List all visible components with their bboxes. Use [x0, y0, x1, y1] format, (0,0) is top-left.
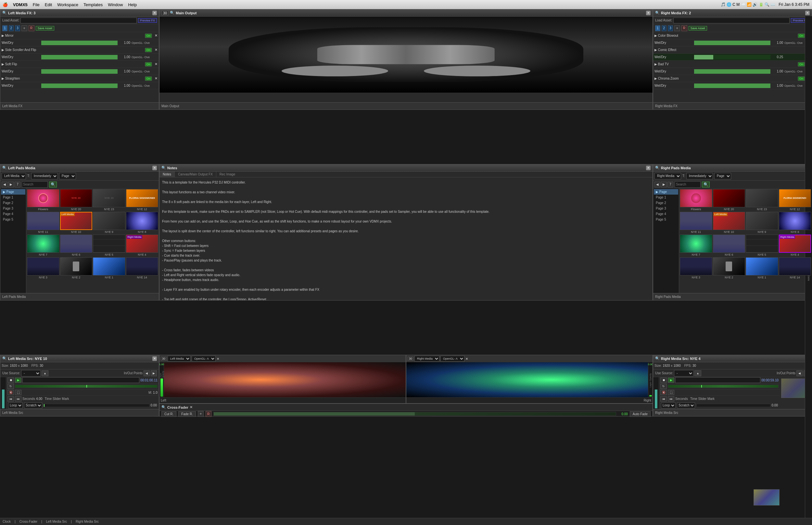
left-thumb-nye7[interactable]: NYE 7	[27, 235, 59, 257]
load-asset-input[interactable]	[20, 17, 137, 24]
num-btn-2[interactable]: 2	[9, 25, 14, 31]
right-num-btn-2[interactable]: 2	[662, 25, 667, 31]
notes-content[interactable]: This is a template for the Hercules P32 …	[159, 177, 653, 300]
main-output-close[interactable]: ✕	[646, 11, 650, 15]
left-thumb-nye12[interactable]: FLORIA SIGISMONDI NYE 12	[126, 189, 158, 211]
left-thumb-nye14[interactable]: NYE 14	[126, 257, 158, 280]
left-inout-next[interactable]: ▶	[151, 370, 157, 376]
left-src-close[interactable]: ✕	[152, 356, 157, 361]
right-ff-btn[interactable]: ⏭	[668, 396, 674, 402]
right-page-1[interactable]: Page 1	[654, 195, 678, 200]
fx-side-status[interactable]: On	[145, 48, 152, 52]
left-page-page[interactable]: ▶ Page	[1, 189, 25, 195]
right-headphone-btn[interactable]: 🎧	[668, 390, 674, 395]
rfx-wd2-slider[interactable]	[694, 55, 770, 59]
left-transition-select[interactable]: Immediately	[31, 173, 58, 179]
right-thumb-nye23[interactable]: NYE 23	[746, 189, 778, 211]
left-thumb-nye5[interactable]: NYE 5	[93, 235, 125, 257]
right-use-source-select[interactable]: -	[674, 370, 693, 376]
fx-wd1-slider[interactable]	[41, 41, 118, 45]
left-thumb-nye4[interactable]: Right Media NYE 4	[126, 235, 158, 257]
left-page-2[interactable]: Page 2	[1, 200, 25, 206]
right-pads-nav-arrows[interactable]: ◀ ▶ 7	[655, 182, 673, 188]
right-thumb-nye12[interactable]: FLORIA SIGISMONDI NYE 12	[779, 189, 811, 211]
left-thumb-nye2[interactable]: NYE 2	[60, 257, 93, 280]
rfx-wd4-slider[interactable]	[694, 84, 770, 88]
apple-menu[interactable]: 🍎	[3, 2, 8, 7]
left-view-select[interactable]: Page	[59, 173, 76, 179]
left-stop-btn[interactable]: ⏹	[7, 377, 14, 383]
right-src-up-btn[interactable]: ▲	[694, 370, 701, 376]
rfx-wd3-slider[interactable]	[694, 69, 770, 74]
cf-plus[interactable]: +	[198, 411, 204, 417]
left-fx-close[interactable]: ✕	[152, 11, 157, 15]
right-fx-plus[interactable]: +	[674, 25, 680, 31]
num-btn-3[interactable]: 3	[15, 25, 20, 31]
rfx-chroma-status[interactable]: On	[798, 76, 805, 81]
left-next-btn[interactable]: ▶	[8, 182, 14, 188]
fx-straight-close[interactable]: ✕	[155, 76, 157, 80]
menu-workspace[interactable]: Workspace	[57, 2, 78, 7]
rfx-badtv-name[interactable]: ▶ Bad TV	[655, 62, 701, 66]
fx-mirror-status[interactable]: On	[145, 33, 152, 38]
right-down-btn[interactable]: 7	[668, 182, 673, 188]
right-stop-btn[interactable]: ⏹	[660, 377, 667, 383]
cf-close[interactable]: ✕	[190, 405, 193, 409]
preview-fx-btn[interactable]: Preview FX	[138, 18, 157, 23]
left-ff-btn[interactable]: ⏭	[15, 396, 21, 402]
left-thumb-nye3[interactable]: NYE 3	[27, 257, 59, 280]
left-thumb-nye10[interactable]: Left Media NYE 10	[60, 212, 93, 234]
right-loop-arrow[interactable]: ↻	[660, 384, 667, 389]
right-scratch-select[interactable]: Scratch	[677, 403, 695, 408]
left-fx-plus[interactable]: +	[21, 25, 27, 31]
right-fx-close[interactable]: ✕	[805, 11, 810, 15]
right-page-5[interactable]: Page 5	[654, 217, 678, 222]
cf-auto-fade[interactable]: Auto Fade	[630, 411, 650, 417]
left-pads-close[interactable]: ✕	[152, 166, 157, 170]
cf-r[interactable]: R	[205, 411, 212, 417]
right-thumb-flowers[interactable]: Flowers	[680, 189, 712, 211]
tab-notes[interactable]: Notes	[159, 171, 175, 177]
left-play-btn[interactable]: ▶	[15, 377, 21, 383]
right-filename[interactable]: NYE 4.mp4	[675, 377, 760, 383]
right-inout-prev[interactable]: ◀	[796, 370, 802, 376]
menu-help[interactable]: Help	[128, 2, 137, 7]
left-fx-r[interactable]: R	[29, 25, 34, 31]
right-thumb-nye4[interactable]: Right Media NYE 4	[779, 235, 811, 257]
left-use-source-select[interactable]: -	[21, 370, 41, 376]
right-transition-select[interactable]: Immediately	[686, 173, 713, 179]
right-thumb-nye6[interactable]: NYE 6	[713, 235, 746, 257]
left-src-up-btn[interactable]: ▲	[42, 370, 48, 376]
left-thumb-nye11[interactable]: NYE 11	[27, 212, 59, 234]
tab-rec-image[interactable]: Rec Image	[216, 171, 239, 177]
left-thumb-nye20[interactable]: NYE 20 NYE 20	[60, 189, 93, 211]
right-num-btn-1[interactable]: 1	[655, 25, 660, 31]
left-prev-btn[interactable]: ◀	[2, 182, 7, 188]
rfx-comic-name[interactable]: ▶ Comic Effect	[655, 48, 704, 52]
fx-side-name[interactable]: ▶ Side Scroller And Flip	[2, 48, 48, 52]
right-thumb-nye20[interactable]: NYE 20	[713, 189, 746, 211]
left-thumb-nye6[interactable]: NYE 6	[60, 235, 93, 257]
left-ch-close[interactable]: ✕	[217, 357, 219, 361]
save-asset-btn[interactable]: Save Asset	[36, 26, 54, 31]
left-page-3[interactable]: Page 3	[1, 206, 25, 211]
rfx-badtv-status[interactable]: On	[798, 62, 805, 66]
menu-templates[interactable]: Templates	[83, 2, 103, 7]
num-btn-1[interactable]: 1	[2, 25, 7, 31]
right-page-4[interactable]: Page 4	[654, 211, 678, 217]
right-thumb-nye10[interactable]: Left Media NYE 10	[713, 212, 746, 234]
fx-wd3-slider[interactable]	[41, 69, 118, 74]
right-num-btn-3[interactable]: 3	[668, 25, 673, 31]
menu-edit[interactable]: Edit	[45, 2, 52, 7]
right-thumb-nye11[interactable]: NYE 11	[680, 212, 712, 234]
right-play-btn[interactable]: ▶	[668, 377, 674, 383]
left-search-input[interactable]	[22, 181, 48, 188]
left-filename[interactable]: NYE 10.mp4	[22, 377, 139, 383]
notes-close[interactable]: ✕	[646, 166, 650, 170]
left-media-source-select[interactable]: Left Media	[2, 173, 26, 179]
rfx-color-status[interactable]: On	[798, 33, 805, 38]
right-next-btn[interactable]: ▶	[661, 182, 667, 188]
right-prev-btn[interactable]: ◀	[655, 182, 660, 188]
right-media-source-select[interactable]: Right Media	[655, 173, 681, 179]
right-thumb-nye7[interactable]: NYE 7	[680, 235, 712, 257]
